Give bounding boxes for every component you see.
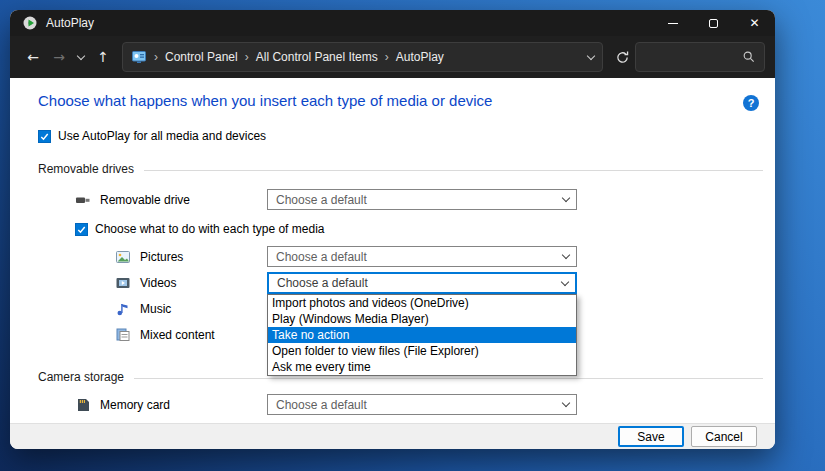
window-controls: ✕ <box>652 10 775 36</box>
maximize-icon <box>709 19 718 28</box>
footer-bar: Save Cancel <box>10 423 775 449</box>
address-dropdown-icon[interactable] <box>587 51 595 59</box>
dropdown-chevron-box <box>556 255 576 258</box>
music-row: Music <box>115 298 171 319</box>
dropdown-value: Choose a default <box>268 250 556 264</box>
dropdown-value: Choose a default <box>269 276 555 290</box>
memory-card-row: Memory card <box>75 394 170 415</box>
back-button[interactable]: ← <box>20 42 46 72</box>
music-icon <box>115 301 131 317</box>
close-button[interactable]: ✕ <box>734 10 775 36</box>
minimize-button[interactable] <box>652 10 693 36</box>
section-title: Camera storage <box>38 370 124 384</box>
videos-label: Videos <box>140 276 176 290</box>
memory-card-label: Memory card <box>100 398 170 412</box>
memory-card-dropdown[interactable]: Choose a default <box>267 394 577 415</box>
check-icon <box>76 224 87 235</box>
forward-button[interactable]: → <box>46 42 72 72</box>
music-label: Music <box>140 302 171 316</box>
pictures-icon <box>115 249 131 265</box>
help-icon: ? <box>748 97 755 109</box>
section-divider <box>144 170 763 171</box>
help-button[interactable]: ? <box>743 95 759 111</box>
dropdown-value: Choose a default <box>268 398 556 412</box>
dropdown-option[interactable]: Ask me every time <box>268 359 576 375</box>
removable-drive-row: Removable drive <box>75 189 190 210</box>
minimize-icon <box>668 23 678 24</box>
chevron-down-icon <box>562 194 570 202</box>
pictures-dropdown[interactable]: Choose a default <box>267 246 577 267</box>
dropdown-option[interactable]: Import photos and videos (OneDrive) <box>268 295 576 311</box>
pictures-label: Pictures <box>140 250 183 264</box>
mixed-content-row: Mixed content <box>115 324 215 345</box>
mixed-content-label: Mixed content <box>140 328 215 342</box>
cancel-button[interactable]: Cancel <box>691 426 757 447</box>
navigation-bar: ← → ↑ › Control Panel › All Control Pane… <box>10 36 775 78</box>
use-autoplay-row: Use AutoPlay for all media and devices <box>38 129 266 143</box>
section-divider <box>134 378 763 379</box>
videos-dropdown-list: Import photos and videos (OneDrive) Play… <box>267 294 577 376</box>
dropdown-option[interactable]: Play (Windows Media Player) <box>268 311 576 327</box>
media-types-label: Choose what to do with each type of medi… <box>95 222 324 236</box>
dropdown-chevron-box <box>556 198 576 201</box>
dropdown-option[interactable]: Open folder to view files (File Explorer… <box>268 343 576 359</box>
breadcrumb-item-all-control-panel-items[interactable]: All Control Panel Items <box>256 50 378 64</box>
close-icon: ✕ <box>749 16 759 30</box>
videos-row: Videos <box>115 272 176 293</box>
chevron-right-icon[interactable]: › <box>154 50 158 64</box>
save-button[interactable]: Save <box>618 426 684 447</box>
autoplay-app-icon <box>22 15 38 31</box>
title-bar: AutoPlay ✕ <box>10 10 775 36</box>
memory-card-icon <box>75 397 91 413</box>
back-icon: ← <box>27 49 39 65</box>
search-box[interactable] <box>635 42 765 72</box>
maximize-button[interactable] <box>693 10 734 36</box>
chevron-down-icon <box>562 399 570 407</box>
breadcrumb-item-autoplay[interactable]: AutoPlay <box>396 50 444 64</box>
dropdown-chevron-box <box>556 403 576 406</box>
removable-drive-dropdown[interactable]: Choose a default <box>267 189 577 210</box>
use-autoplay-checkbox[interactable] <box>38 130 51 143</box>
removable-drive-label: Removable drive <box>100 193 190 207</box>
dropdown-option-selected[interactable]: Take no action <box>268 327 576 343</box>
search-icon <box>742 50 756 64</box>
removable-drives-section-header: Removable drives <box>38 162 763 176</box>
chevron-down-icon <box>561 277 569 285</box>
page-title: Choose what happens when you insert each… <box>38 92 492 109</box>
forward-icon: → <box>53 49 65 65</box>
section-title: Removable drives <box>38 162 134 176</box>
pictures-row: Pictures <box>115 246 183 267</box>
chevron-down-icon <box>77 51 85 59</box>
chevron-right-icon[interactable]: › <box>385 50 389 64</box>
refresh-icon <box>615 50 630 65</box>
media-types-checkbox[interactable] <box>75 223 88 236</box>
chevron-down-icon <box>562 251 570 259</box>
address-bar[interactable]: › Control Panel › All Control Panel Item… <box>122 42 603 72</box>
mixed-content-icon <box>115 327 131 343</box>
desktop: AutoPlay ✕ ← → ↑ › Con <box>0 0 825 471</box>
removable-drive-icon <box>75 192 91 208</box>
autoplay-window: AutoPlay ✕ ← → ↑ › Con <box>10 10 775 449</box>
videos-dropdown[interactable]: Choose a default <box>267 272 577 294</box>
refresh-button[interactable] <box>609 42 635 72</box>
dropdown-chevron-box <box>555 282 575 285</box>
control-panel-icon <box>131 49 147 65</box>
main-content: Choose what happens when you insert each… <box>10 78 775 423</box>
search-input[interactable] <box>644 50 742 64</box>
check-icon <box>39 131 50 142</box>
recent-locations-button[interactable] <box>72 42 90 72</box>
videos-icon <box>115 275 131 291</box>
chevron-right-icon[interactable]: › <box>245 50 249 64</box>
up-button[interactable]: ↑ <box>90 42 116 72</box>
media-types-row: Choose what to do with each type of medi… <box>75 222 324 236</box>
use-autoplay-label: Use AutoPlay for all media and devices <box>58 129 266 143</box>
up-icon: ↑ <box>97 49 109 65</box>
window-title: AutoPlay <box>46 16 94 30</box>
dropdown-value: Choose a default <box>268 193 556 207</box>
breadcrumb-item-control-panel[interactable]: Control Panel <box>165 50 238 64</box>
